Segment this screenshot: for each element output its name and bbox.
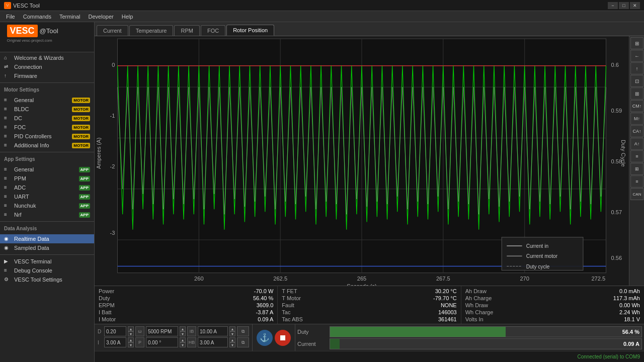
sidebar-label-welcome: Welcome & Wizards <box>14 55 90 61</box>
hb-down[interactable]: ▼ <box>229 342 235 347</box>
toolbar-btn-fit[interactable]: ⊡ <box>630 75 643 87</box>
sampled-icon: ◉ <box>4 245 12 251</box>
sidebar-section-data: ◉ Realtime Data ◉ Sampled Data <box>0 233 94 253</box>
p-down[interactable]: ▼ <box>180 342 186 347</box>
row1-copy-btn[interactable]: ⧉ <box>237 326 249 336</box>
ib-input[interactable] <box>198 326 228 336</box>
sidebar-item-nrf[interactable]: ≡ Nrf APP <box>0 210 94 219</box>
hb-input[interactable] <box>198 337 228 347</box>
sidebar-item-adc[interactable]: ≡ ADC APP <box>0 183 94 192</box>
sidebar-label-nrf: Nrf <box>14 212 78 218</box>
menu-help[interactable]: Help <box>118 13 137 21</box>
toolbar-btn-can[interactable]: CAN <box>630 188 643 200</box>
menu-file[interactable]: File <box>2 13 19 21</box>
tab-current[interactable]: Current <box>97 25 128 36</box>
sidebar-item-nunchuk[interactable]: ≡ Nunchuk APP <box>0 201 94 210</box>
toolbar-btn-a5[interactable]: ≡ <box>630 150 643 162</box>
d-input[interactable] <box>104 326 126 336</box>
stop-button[interactable]: ⏹ <box>275 330 291 346</box>
duty-progress-bar: 56.4 % <box>330 326 642 337</box>
tab-rpm[interactable]: RPM <box>174 25 199 36</box>
sidebar-item-welcome[interactable]: ⌂ Welcome & Wizards <box>0 53 94 62</box>
ib-up[interactable]: ▲ <box>229 326 235 331</box>
tab-foc[interactable]: FOC <box>201 25 225 36</box>
rpm-down[interactable]: ▼ <box>180 331 186 336</box>
toolbar-btn-a4[interactable]: A↑ <box>630 138 643 150</box>
svg-text:0.59: 0.59 <box>611 108 622 114</box>
anchor-button[interactable]: ⚓ <box>257 330 273 346</box>
i-up[interactable]: ▲ <box>128 337 134 342</box>
sidebar-item-connection[interactable]: ⇌ Connection <box>0 62 94 71</box>
list-icon-7: ≡ <box>4 166 12 172</box>
svg-text:0.56: 0.56 <box>611 255 622 261</box>
maximize-button[interactable]: □ <box>619 2 629 9</box>
stat-label-tacabs: Tac ABS <box>282 316 317 322</box>
sidebar-item-firmware[interactable]: ↑ Firmware <box>0 71 94 80</box>
row2-copy-btn[interactable]: ⧉ <box>237 337 249 347</box>
toolbar-btn-a1[interactable]: CM↑ <box>630 100 643 112</box>
sidebar-item-uart[interactable]: ≡ UART APP <box>0 192 94 201</box>
sidebar-section-motor: ≡ General MOTOR ≡ BLDC MOTOR ≡ DC MOTOR … <box>0 95 94 151</box>
stat-tac: Tac 146003 <box>282 309 456 315</box>
toolbar-btn-grid[interactable]: ⊞ <box>630 37 643 49</box>
main-layout: VESC @Tool Original vesc-project.com ⌂ W… <box>0 22 644 362</box>
toolbar-btn-left[interactable]: ← <box>630 50 643 62</box>
sidebar-item-debug-console[interactable]: ≡ Debug Console <box>0 266 94 275</box>
rpm-input[interactable] <box>146 326 178 336</box>
title-bar: V VESC Tool − □ ✕ <box>0 0 644 11</box>
sidebar-item-foc[interactable]: ≡ FOC MOTOR <box>0 123 94 132</box>
sidebar-item-app-general[interactable]: ≡ General APP <box>0 165 94 174</box>
toolbar-btn-a3[interactable]: CA↑ <box>630 125 643 137</box>
menu-developer[interactable]: Developer <box>85 13 118 21</box>
stat-label-duty: Duty <box>99 295 134 301</box>
sidebar-item-bldc[interactable]: ≡ BLDC MOTOR <box>0 105 94 114</box>
toolbar-btn-a2[interactable]: M↑ <box>630 113 643 125</box>
d-up[interactable]: ▲ <box>128 326 134 331</box>
duty-bar-label: Duty <box>297 329 328 335</box>
menu-terminal[interactable]: Terminal <box>55 13 85 21</box>
svg-text:Duty Cycle: Duty Cycle <box>620 140 626 167</box>
sidebar-item-motor-general[interactable]: ≡ General MOTOR <box>0 96 94 105</box>
d-down[interactable]: ▼ <box>128 331 134 336</box>
toolbar-btn-a6[interactable]: ⊞ <box>630 163 643 175</box>
stat-label-ah-draw: Ah Draw <box>465 288 501 294</box>
stat-value-tacabs: 361461 <box>438 316 457 322</box>
badge-nrf: APP <box>79 212 90 218</box>
ib-down[interactable]: ▼ <box>229 331 235 336</box>
list-icon-12: ≡ <box>4 212 12 218</box>
toolbar-btn-zoom[interactable]: ⊞ <box>630 87 643 100</box>
stat-value-tmotor: -79.70 °C <box>433 295 457 301</box>
i-down[interactable]: ▼ <box>128 342 134 347</box>
sidebar-item-pid[interactable]: ≡ PID Controllers MOTOR <box>0 132 94 141</box>
sidebar-item-additional-info[interactable]: ≡ Additional Info MOTOR <box>0 141 94 150</box>
sidebar-item-dc[interactable]: ≡ DC MOTOR <box>0 114 94 123</box>
logo-sub-text: Original vesc-project.com <box>7 38 88 43</box>
badge-motor-general: MOTOR <box>72 98 90 103</box>
right-toolbar: ⊞ ← ↑ ⊡ ⊞ CM↑ M↑ CA↑ A↑ ≡ ⊞ ≡ CAN <box>629 36 644 286</box>
toolbar-btn-a7[interactable]: ≡ <box>630 175 643 188</box>
rpm-up[interactable]: ▲ <box>180 326 186 331</box>
tab-temperature[interactable]: Temperature <box>129 25 174 36</box>
window-controls: − □ ✕ <box>608 2 640 9</box>
menu-commands[interactable]: Commands <box>19 13 55 21</box>
sidebar-label-additional-info: Additional Info <box>14 142 71 148</box>
sidebar-item-ppm[interactable]: ≡ PPM APP <box>0 174 94 183</box>
tab-rotor-position[interactable]: Rotor Position <box>226 25 274 36</box>
sidebar-label-firmware: Firmware <box>14 73 90 79</box>
p-up[interactable]: ▲ <box>180 337 186 342</box>
i-label: I <box>98 340 103 345</box>
toolbar-btn-up[interactable]: ↑ <box>630 62 643 74</box>
sidebar-item-realtime[interactable]: ◉ Realtime Data <box>0 234 94 243</box>
p-input[interactable] <box>146 337 178 347</box>
stat-erpm: ERPM 3609.0 <box>99 302 273 308</box>
minimize-button[interactable]: − <box>608 2 618 9</box>
sidebar: VESC @Tool Original vesc-project.com ⌂ W… <box>0 22 95 362</box>
home-icon: ⌂ <box>4 55 12 61</box>
hb-up[interactable]: ▲ <box>229 337 235 342</box>
sidebar-item-tool-settings[interactable]: ⚙ VESC Tool Settings <box>0 275 94 284</box>
i-input[interactable] <box>104 337 126 347</box>
svg-text:260: 260 <box>194 276 204 282</box>
sidebar-item-vesc-terminal[interactable]: ▶ VESC Terminal <box>0 257 94 266</box>
close-button[interactable]: ✕ <box>630 2 640 9</box>
sidebar-item-sampled[interactable]: ◉ Sampled Data <box>0 243 94 252</box>
